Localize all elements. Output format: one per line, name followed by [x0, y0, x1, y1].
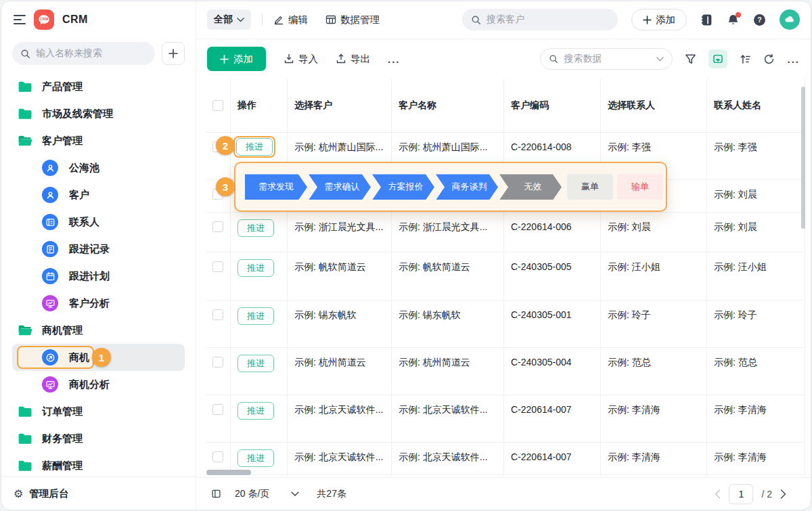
sidebar-item-7[interactable]: 跟进计划: [12, 263, 185, 290]
user-icon: [42, 187, 58, 203]
prev-page-icon[interactable]: [715, 489, 721, 499]
next-page-icon[interactable]: [780, 489, 786, 499]
sidebar-new-page-button[interactable]: [162, 42, 185, 65]
sidebar-item-2[interactable]: 客户管理: [12, 127, 185, 154]
row-checkbox[interactable]: [212, 357, 223, 368]
advance-button[interactable]: 推进: [238, 402, 274, 420]
column-header-4[interactable]: 选择联系人: [601, 79, 707, 132]
import-button[interactable]: 导入: [284, 53, 318, 66]
scope-filter-dropdown[interactable]: 全部: [207, 9, 251, 30]
customer-code-cell: C-220614-007: [504, 395, 601, 442]
chevron-down-icon[interactable]: [656, 57, 664, 62]
user-avatar[interactable]: [780, 9, 800, 30]
contact-select-cell[interactable]: 示例: 范总: [601, 348, 707, 395]
page-size-label[interactable]: 20 条/页: [235, 488, 269, 500]
pipeline-stage-3[interactable]: 商务谈判: [436, 174, 498, 200]
column-header-1[interactable]: 选择客户: [288, 79, 392, 132]
sidebar-item-11[interactable]: 商机分析: [12, 371, 185, 398]
pipeline-stage-1[interactable]: 需求确认: [309, 174, 371, 200]
advance-button[interactable]: 推进: [238, 307, 274, 325]
topbar-add-button[interactable]: 添加: [631, 9, 687, 30]
sidebar-item-4[interactable]: 客户: [12, 181, 185, 208]
customer-search-input[interactable]: 搜索客户: [462, 9, 618, 30]
chevron-down-icon: [237, 18, 244, 22]
edit-button[interactable]: 编辑: [273, 14, 308, 26]
action-cell: 推进: [231, 348, 288, 395]
more-actions-button[interactable]: ...: [388, 53, 401, 65]
add-record-label: 添加: [233, 53, 253, 66]
toolbar-right: 搜索数据 ...: [540, 48, 800, 70]
help-icon[interactable]: ?: [753, 14, 766, 26]
sidebar-item-6[interactable]: 跟进记录: [12, 236, 185, 263]
column-header-2[interactable]: 客户名称: [392, 79, 504, 132]
column-header-0[interactable]: 操作: [231, 79, 288, 132]
sidebar-item-3[interactable]: 公海池: [12, 154, 185, 181]
customer-select-cell[interactable]: 示例: 北京天诚软件...: [288, 443, 392, 474]
sidebar-item-14[interactable]: 薪酬管理: [12, 452, 185, 476]
sidebar-item-13[interactable]: 财务管理: [12, 425, 185, 452]
pipeline-outcome-lose[interactable]: 输单: [617, 174, 663, 200]
contact-select-cell[interactable]: 示例: 李清海: [601, 395, 707, 442]
sidebar-item-5[interactable]: 联系人: [12, 208, 185, 236]
page-layout-icon[interactable]: [211, 489, 221, 499]
collapse-sidebar-icon[interactable]: [14, 15, 26, 24]
advance-button[interactable]: 推进: [238, 449, 274, 467]
crm-app: CRM CRM 输入名称来搜索 产品管理 市场及线索管理 客户管理 公海池 客户…: [1, 1, 811, 510]
pipeline-stage-2[interactable]: 方案报价: [372, 174, 434, 200]
view-settings-icon[interactable]: [708, 49, 727, 68]
row-checkbox[interactable]: [212, 221, 223, 232]
sort-icon[interactable]: [740, 53, 751, 65]
add-record-button[interactable]: 添加: [207, 47, 266, 71]
customer-select-cell[interactable]: 示例: 帆软简道云: [288, 252, 392, 300]
sidebar-item-0[interactable]: 产品管理: [12, 73, 185, 100]
sidebar-item-12[interactable]: 订单管理: [12, 398, 185, 425]
contacts-book-icon[interactable]: [700, 14, 713, 26]
row-checkbox[interactable]: [212, 309, 223, 320]
customer-select-cell[interactable]: 示例: 浙江晨光文具...: [288, 213, 392, 252]
row-checkbox[interactable]: [212, 404, 223, 415]
pipeline-stage-4[interactable]: 无效: [499, 174, 562, 200]
filter-funnel-icon[interactable]: [685, 53, 696, 65]
more-options-icon[interactable]: ...: [787, 53, 800, 65]
contact-select-cell[interactable]: 示例: 汪小姐: [601, 252, 707, 300]
sidebar-item-8[interactable]: 客户分析: [12, 290, 185, 317]
export-button[interactable]: 导出: [336, 53, 370, 66]
chevron-down-icon[interactable]: [291, 491, 299, 497]
search-icon: [471, 15, 481, 25]
admin-backend-link[interactable]: ⚙ 管理后台: [1, 476, 196, 510]
contact-select-cell[interactable]: 示例: 刘晨: [601, 213, 707, 252]
customer-name-cell: 示例: 杭州简道云: [392, 348, 504, 395]
advance-button[interactable]: 推进: [238, 259, 274, 277]
advance-button[interactable]: 推进: [238, 355, 274, 372]
pipeline-outcome-win[interactable]: 赢单: [567, 174, 613, 200]
customer-name-cell: 示例: 帆软简道云: [392, 252, 504, 300]
advance-button[interactable]: 推进: [236, 138, 273, 156]
contact-select-cell[interactable]: 示例: 玲子: [601, 301, 707, 347]
advance-button[interactable]: 推进: [238, 219, 274, 237]
notification-bell-icon[interactable]: [727, 14, 740, 26]
sidebar-item-9[interactable]: 商机管理: [12, 317, 185, 344]
column-header-3[interactable]: 客户编码: [504, 79, 601, 132]
pipeline-stage-0[interactable]: 需求发现: [245, 174, 307, 200]
customer-select-cell[interactable]: 示例: 北京天诚软件...: [288, 395, 392, 442]
page-total-label: / 2: [761, 489, 772, 499]
refresh-icon[interactable]: [763, 53, 775, 65]
sidebar-item-1[interactable]: 市场及线索管理: [12, 100, 185, 127]
row-checkbox[interactable]: [212, 261, 223, 272]
vertical-scrollbar[interactable]: [801, 87, 805, 229]
table-grid-icon: [325, 14, 336, 25]
contact-select-cell[interactable]: 示例: 李清海: [601, 443, 707, 474]
customer-select-cell[interactable]: 示例: 锡东帆软: [288, 301, 392, 347]
sidebar-search-input[interactable]: 输入名称来搜索: [12, 42, 155, 65]
sidebar-item-10[interactable]: 商机 1: [12, 344, 185, 371]
data-manage-button[interactable]: 数据管理: [325, 14, 380, 26]
select-all-checkbox[interactable]: [212, 100, 223, 111]
current-page-input[interactable]: 1: [729, 484, 753, 504]
chart-icon: [42, 376, 58, 393]
column-header-5[interactable]: 联系人姓名: [707, 79, 805, 132]
topbar: 全部 编辑 数据管理 搜索客户 添加: [196, 1, 811, 39]
row-checkbox[interactable]: [212, 451, 223, 462]
data-search-input[interactable]: 搜索数据: [540, 48, 673, 70]
horizontal-scrollbar[interactable]: [206, 470, 251, 475]
customer-select-cell[interactable]: 示例: 杭州简道云: [288, 348, 392, 395]
